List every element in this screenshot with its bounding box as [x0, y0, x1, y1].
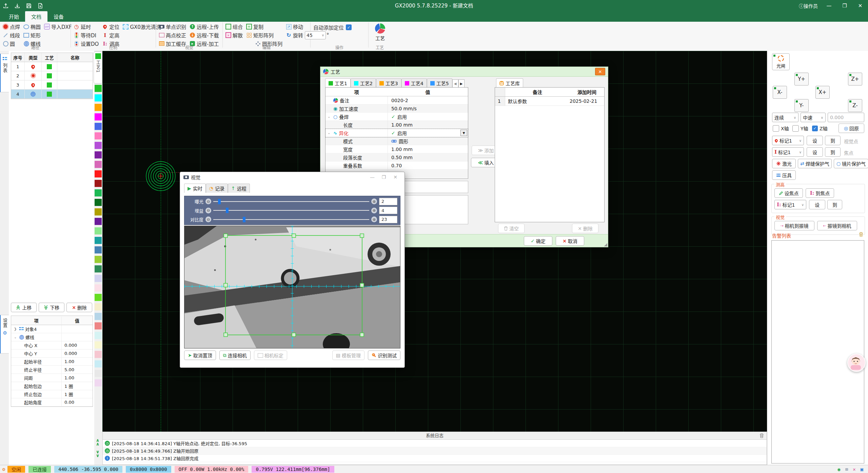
- increase-button[interactable]: ⊕: [371, 208, 377, 213]
- palette-swatch[interactable]: [95, 227, 102, 234]
- ok-button[interactable]: ✓确定: [524, 236, 552, 246]
- palette-swatch[interactable]: [95, 218, 102, 225]
- gain-slider[interactable]: [213, 210, 369, 211]
- delay-button[interactable]: ◷延时: [74, 22, 99, 31]
- step-distance-input[interactable]: 0.000: [828, 113, 864, 122]
- rect-array-button[interactable]: 矩形阵列: [246, 31, 282, 39]
- jog-speed-select[interactable]: 中速∨: [801, 113, 826, 122]
- minimize-button[interactable]: —: [821, 0, 837, 12]
- exposure-value[interactable]: 2: [379, 198, 397, 205]
- current-process-indicator[interactable]: 工艺1: [94, 52, 102, 83]
- property-row[interactable]: 中心 Y0.000: [11, 349, 93, 358]
- param-row[interactable]: 重叠系数0.70: [326, 162, 468, 170]
- remote-upload-button[interactable]: ↑远程-上传: [190, 22, 219, 31]
- library-tab[interactable]: 工艺库: [496, 78, 523, 88]
- axis-x-checkbox[interactable]: X轴: [773, 125, 789, 132]
- focus-set-button[interactable]: 设: [807, 147, 823, 157]
- property-row[interactable]: 中心 X0.000: [11, 341, 93, 349]
- tab-scroll-left[interactable]: ◀: [452, 79, 458, 88]
- contrast-slider[interactable]: [213, 219, 369, 220]
- vision-tab-record[interactable]: ◔记录: [206, 184, 228, 193]
- set-focus-button[interactable]: 设焦点: [774, 188, 803, 198]
- palette-swatch[interactable]: [95, 237, 102, 244]
- gx0-clean-button[interactable]: GX0激光清洗: [123, 22, 161, 31]
- palette-swatch[interactable]: [95, 360, 102, 367]
- log-entry[interactable]: i[2025-08-18 14:36:51.738] Z轴回原完成: [103, 455, 767, 462]
- axis-y-checkbox[interactable]: Y轴: [792, 125, 808, 132]
- operator-button[interactable]: ⓘ 操作员: [795, 0, 821, 12]
- spiral-object[interactable]: [145, 160, 176, 192]
- camera-calibrate-button[interactable]: 相机标定: [254, 351, 287, 360]
- jog-mode-select[interactable]: 连续∨: [772, 113, 798, 122]
- param-row[interactable]: 长度1.00 mm: [326, 121, 468, 129]
- palette-swatch[interactable]: [95, 379, 102, 386]
- palette-swatch[interactable]: [95, 341, 102, 348]
- dissolve-button[interactable]: ×解散: [225, 31, 243, 39]
- scroll-up-chevron[interactable]: ∧∧: [94, 438, 101, 446]
- vision-minimize-button[interactable]: —: [367, 174, 378, 180]
- jog-x-plus[interactable]: X+: [815, 86, 830, 99]
- palette-swatch[interactable]: [95, 161, 102, 168]
- tab-device[interactable]: 设备: [47, 11, 70, 22]
- palette-swatch[interactable]: [95, 170, 102, 177]
- param-row[interactable]: 段落长度0.50 mm: [326, 153, 468, 162]
- tab-document[interactable]: 文档: [25, 11, 47, 22]
- vision-maximize-button[interactable]: ❐: [378, 174, 390, 180]
- param-row[interactable]: 宽度1.00 mm: [326, 145, 468, 153]
- property-row[interactable]: 起始包边1 圈: [11, 382, 93, 390]
- dropdown-button[interactable]: ▼: [460, 130, 467, 136]
- palette-swatch[interactable]: [95, 132, 102, 139]
- jog-z-plus[interactable]: Z+: [848, 73, 862, 86]
- process-pie-icon[interactable]: [375, 23, 385, 34]
- height-set-button[interactable]: 设: [809, 200, 825, 209]
- decrease-button[interactable]: ⊖: [205, 198, 211, 204]
- gain-value[interactable]: 4: [379, 207, 397, 214]
- palette-swatch[interactable]: [95, 275, 102, 282]
- palette-swatch[interactable]: [95, 104, 102, 111]
- jog-z-minus[interactable]: Z-: [848, 99, 862, 112]
- ellipse-button[interactable]: 椭圆: [23, 22, 41, 31]
- param-row[interactable]: 模式圆形: [326, 137, 468, 145]
- palette-swatch[interactable]: [95, 246, 102, 253]
- param-row[interactable]: ◉加工速度50.0 mm/s: [326, 105, 468, 113]
- log-entry[interactable]: ◷[2025-08-18 14:36:41.824] Y轴开始点动, 绝对定位,…: [103, 440, 767, 447]
- monitor-icon[interactable]: ▣: [861, 467, 863, 472]
- focus-mark-select[interactable]: I标记1∨: [772, 147, 804, 157]
- palette-swatch[interactable]: [95, 322, 102, 329]
- library-delete-button[interactable]: ×删除: [572, 224, 598, 233]
- copy-button[interactable]: +复制: [246, 22, 282, 31]
- delete-button[interactable]: ×删除: [66, 303, 92, 312]
- focus-go-button[interactable]: 到: [825, 147, 841, 157]
- unpin-button[interactable]: ➤取消置顶: [184, 351, 216, 360]
- clamp-button[interactable]: 压具: [772, 170, 796, 180]
- palette-swatch[interactable]: [95, 332, 102, 339]
- process-button[interactable]: 工艺: [375, 35, 385, 41]
- table-row[interactable]: 3: [11, 80, 93, 90]
- note-icon[interactable]: ✕: [853, 467, 855, 472]
- process-tab-4[interactable]: 工艺4: [401, 78, 427, 88]
- palette-swatch[interactable]: [95, 303, 102, 310]
- process-tab-3[interactable]: 工艺3: [376, 78, 401, 88]
- param-row[interactable]: ⌄○叠焊✓启用: [326, 113, 468, 121]
- mark1-set-button[interactable]: 设: [807, 136, 823, 145]
- vision-close-button[interactable]: ✕: [390, 174, 401, 180]
- palette-swatch[interactable]: [95, 313, 102, 320]
- close-button[interactable]: ✕: [852, 0, 868, 12]
- mark1-select[interactable]: 标记1∨: [772, 136, 804, 145]
- palette-swatch[interactable]: [95, 94, 102, 101]
- import-dxf-button[interactable]: DXF导入DXF: [44, 22, 72, 31]
- axis-z-checkbox[interactable]: ✓Z轴: [812, 125, 828, 132]
- tab-list-vertical[interactable]: 列表: [0, 54, 9, 92]
- palette-swatch[interactable]: [95, 294, 102, 301]
- decrease-button[interactable]: ⊖: [205, 216, 211, 222]
- height-go-button[interactable]: 到: [827, 200, 842, 209]
- decrease-button[interactable]: ⊖: [205, 208, 211, 213]
- palette-swatch[interactable]: [95, 256, 102, 263]
- checkbox-checked-icon[interactable]: ✓: [346, 24, 352, 30]
- single-point-button[interactable]: 单点识别: [159, 22, 186, 31]
- property-row[interactable]: ⌄螺线: [11, 333, 93, 341]
- laser-toggle-button[interactable]: 激光: [772, 159, 796, 168]
- fix-height-button[interactable]: I定高: [102, 31, 119, 39]
- two-point-button[interactable]: 两点校正: [159, 31, 186, 39]
- galvo-to-camera-button[interactable]: ⇠振镜到相机: [817, 221, 857, 230]
